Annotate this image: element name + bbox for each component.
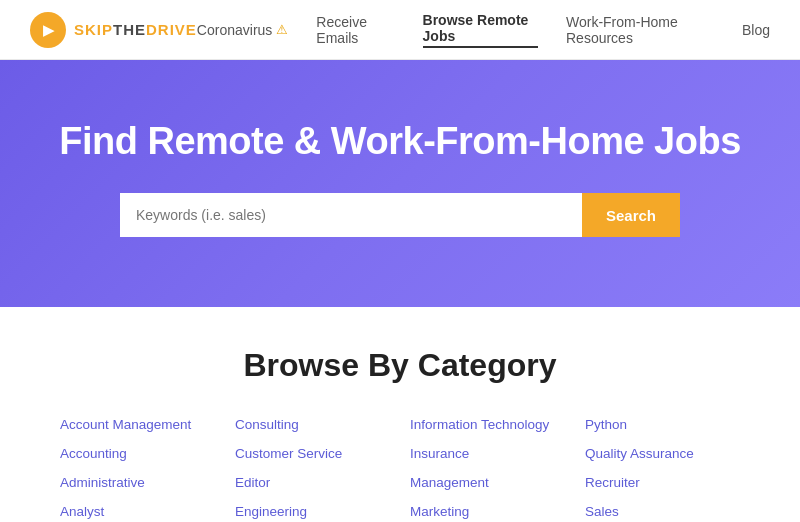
list-item[interactable]: Insurance: [410, 443, 565, 466]
nav-wfh-resources[interactable]: Work-From-Home Resources: [566, 14, 714, 46]
list-item[interactable]: Engineering: [235, 501, 390, 522]
list-item[interactable]: Account Management: [60, 414, 215, 437]
logo-text: SKIPTHEDRIVE: [74, 21, 197, 38]
category-column-1: Account ManagementAccountingAdministrati…: [50, 414, 225, 522]
logo-drive: DRIVE: [146, 21, 197, 38]
list-item[interactable]: Administrative: [60, 472, 215, 495]
nav-browse-remote-jobs[interactable]: Browse Remote Jobs: [423, 12, 538, 48]
warning-icon: ⚠: [276, 22, 288, 37]
logo[interactable]: ▶ SKIPTHEDRIVE: [30, 12, 197, 48]
category-column-4: PythonQuality AssuranceRecruiterSalesSof…: [575, 414, 750, 522]
logo-icon: ▶: [30, 12, 66, 48]
list-item[interactable]: Consulting: [235, 414, 390, 437]
categories-grid: Account ManagementAccountingAdministrati…: [50, 414, 750, 522]
list-item[interactable]: Accounting: [60, 443, 215, 466]
coronavirus-label: Coronavirus: [197, 22, 272, 38]
list-item[interactable]: Editor: [235, 472, 390, 495]
main-nav: Coronavirus ⚠ Receive Emails Browse Remo…: [197, 12, 770, 48]
logo-the: THE: [113, 21, 146, 38]
categories-section: Browse By Category Account ManagementAcc…: [0, 307, 800, 522]
search-input[interactable]: [120, 193, 582, 237]
header: ▶ SKIPTHEDRIVE Coronavirus ⚠ Receive Ema…: [0, 0, 800, 60]
search-button[interactable]: Search: [582, 193, 680, 237]
hero-section: Find Remote & Work-From-Home Jobs Search: [0, 60, 800, 307]
list-item[interactable]: Recruiter: [585, 472, 740, 495]
category-column-2: ConsultingCustomer ServiceEditorEngineer…: [225, 414, 400, 522]
list-item[interactable]: Management: [410, 472, 565, 495]
list-item[interactable]: Customer Service: [235, 443, 390, 466]
list-item[interactable]: Analyst: [60, 501, 215, 522]
list-item[interactable]: Marketing: [410, 501, 565, 522]
hero-title: Find Remote & Work-From-Home Jobs: [20, 120, 780, 163]
list-item[interactable]: Sales: [585, 501, 740, 522]
category-column-3: Information TechnologyInsuranceManagemen…: [400, 414, 575, 522]
categories-heading: Browse By Category: [50, 347, 750, 384]
list-item[interactable]: Information Technology: [410, 414, 565, 437]
search-bar: Search: [120, 193, 680, 237]
nav-blog[interactable]: Blog: [742, 22, 770, 38]
nav-receive-emails[interactable]: Receive Emails: [316, 14, 394, 46]
nav-coronavirus[interactable]: Coronavirus ⚠: [197, 22, 288, 38]
list-item[interactable]: Python: [585, 414, 740, 437]
list-item[interactable]: Quality Assurance: [585, 443, 740, 466]
logo-skip: SKIP: [74, 21, 113, 38]
